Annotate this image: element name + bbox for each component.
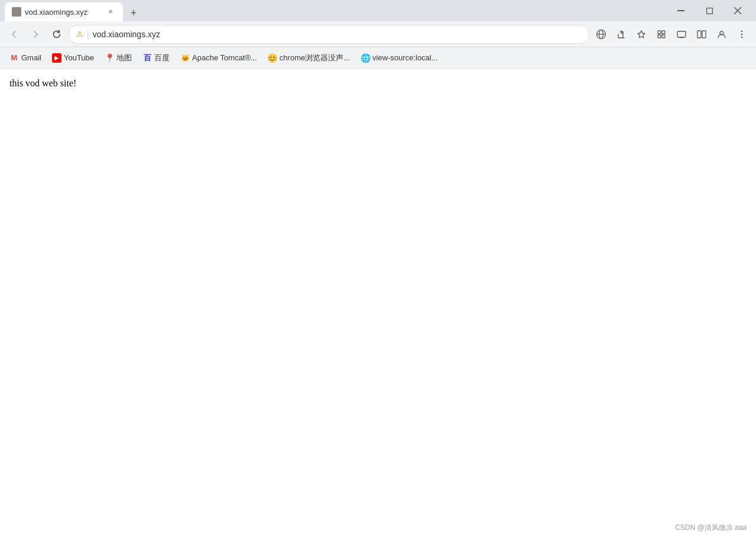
watermark: CSDN @清风微凉 aaa: [675, 523, 747, 533]
bookmark-gmail-label: Gmail: [21, 53, 41, 62]
svg-rect-10: [658, 35, 661, 38]
svg-rect-1: [706, 8, 712, 14]
bookmark-chrome-label: chrome浏览器没声...: [280, 53, 350, 63]
svg-point-19: [741, 33, 743, 35]
navbar: ⚠ | vod.xiaomings.xyz: [0, 21, 756, 47]
svg-point-20: [741, 36, 743, 38]
minimize-button[interactable]: [667, 0, 695, 21]
bookmark-view-source[interactable]: 🌐 view-source:local...: [356, 51, 443, 65]
gmail-icon: M: [9, 53, 19, 63]
media-router-button[interactable]: [672, 25, 691, 44]
toolbar-buttons: [592, 25, 751, 44]
extensions-button[interactable]: [652, 25, 671, 44]
tab-close-button[interactable]: ×: [105, 7, 116, 17]
close-button[interactable]: [724, 0, 751, 21]
maps-icon: 📍: [105, 53, 114, 63]
split-view-button[interactable]: [692, 25, 711, 44]
security-warning-icon: ⚠: [76, 30, 83, 38]
page-content: this vod web site! CSDN @清风微凉 aaa: [0, 69, 756, 540]
baidu-icon: 百: [142, 53, 152, 63]
browser-tab[interactable]: ! vod.xiaomings.xyz ×: [5, 2, 123, 21]
bookmark-gmail[interactable]: M Gmail: [5, 51, 46, 65]
share-button[interactable]: [612, 25, 631, 44]
bookmark-view-source-label: view-source:local...: [372, 53, 438, 62]
svg-rect-15: [697, 31, 701, 38]
translate-button[interactable]: [592, 25, 611, 44]
tab-title: vod.xiaomings.xyz: [25, 8, 102, 17]
page-main-text: this vod web site!: [9, 78, 747, 89]
bookmark-youtube-label: YouTube: [64, 53, 94, 62]
bookmark-maps[interactable]: 📍 地图: [100, 50, 137, 66]
bookmark-youtube[interactable]: ▶ YouTube: [47, 51, 99, 65]
svg-point-18: [741, 30, 743, 32]
bookmark-maps-label: 地图: [116, 53, 132, 63]
titlebar: ! vod.xiaomings.xyz × +: [0, 0, 756, 21]
back-button[interactable]: [5, 25, 24, 44]
bookmark-chrome[interactable]: 😊 chrome浏览器没声...: [263, 50, 355, 66]
reload-button[interactable]: [47, 25, 66, 44]
svg-rect-8: [658, 31, 661, 34]
bookmark-baidu[interactable]: 百 百度: [138, 50, 174, 66]
bookmark-tomcat-label: Apache Tomcat®...: [192, 53, 257, 62]
svg-rect-16: [702, 31, 706, 38]
new-tab-button[interactable]: +: [125, 5, 142, 21]
profile-button[interactable]: [712, 25, 731, 44]
svg-rect-11: [662, 35, 665, 38]
chrome-icon: 😊: [268, 53, 277, 63]
bookmarks-bar: M Gmail ▶ YouTube 📍 地图 百 百度 🐱 Apache Tom…: [0, 47, 756, 69]
address-divider: |: [87, 30, 89, 39]
bookmark-tomcat[interactable]: 🐱 Apache Tomcat®...: [176, 51, 262, 65]
youtube-icon: ▶: [52, 53, 61, 63]
forward-button[interactable]: [26, 25, 45, 44]
svg-marker-7: [638, 31, 645, 38]
menu-button[interactable]: [732, 25, 751, 44]
svg-rect-0: [677, 10, 684, 11]
tab-favicon: !: [12, 7, 21, 17]
svg-rect-12: [677, 31, 686, 37]
address-bar[interactable]: ⚠ | vod.xiaomings.xyz: [69, 25, 589, 44]
tab-area: ! vod.xiaomings.xyz × +: [5, 0, 334, 21]
url-text: vod.xiaomings.xyz: [93, 30, 160, 39]
bookmark-button[interactable]: [632, 25, 651, 44]
bookmark-baidu-label: 百度: [154, 53, 170, 63]
svg-rect-9: [662, 31, 665, 34]
globe-icon: 🌐: [361, 53, 370, 63]
window-controls: [667, 0, 751, 21]
tomcat-icon: 🐱: [180, 53, 190, 63]
maximize-button[interactable]: [696, 0, 723, 21]
browser-window: ! vod.xiaomings.xyz × +: [0, 0, 756, 540]
